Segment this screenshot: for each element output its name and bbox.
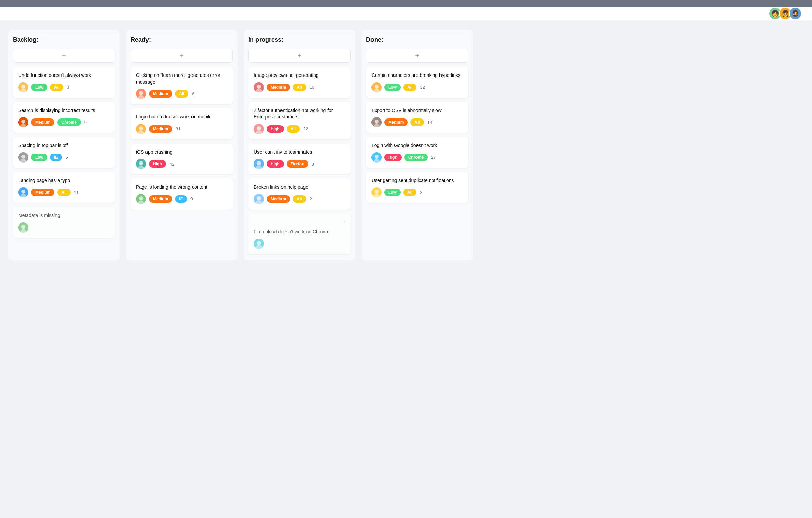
card-meta: MediumAll14 xyxy=(371,117,463,127)
priority-badge[interactable]: High xyxy=(267,160,284,168)
svg-point-43 xyxy=(375,85,379,89)
tag-badge[interactable]: All xyxy=(175,90,188,98)
column-backlog: Backlog:+Undo function doesn't always wo… xyxy=(8,30,120,260)
card-title: Clicking on "learn more" generates error… xyxy=(136,72,227,85)
add-card-button-in-progress[interactable]: + xyxy=(248,49,351,63)
priority-badge[interactable]: Low xyxy=(384,84,401,91)
card-title: File upload doesn't work on Chrome xyxy=(254,229,345,235)
svg-point-13 xyxy=(21,225,25,229)
priority-badge[interactable]: Low xyxy=(384,189,401,196)
card[interactable]: Clicking on "learn more" generates error… xyxy=(131,67,233,104)
card-title: User can't invite teammates xyxy=(254,149,345,156)
svg-point-28 xyxy=(257,85,261,89)
card-title: Image previews not generating xyxy=(254,72,345,79)
card[interactable]: Image previews not generating MediumAll1… xyxy=(248,67,351,98)
priority-badge[interactable]: Medium xyxy=(267,84,290,91)
tag-badge[interactable]: All xyxy=(410,118,424,126)
card[interactable]: 2 factor authentication not working for … xyxy=(248,102,351,139)
card-avatar xyxy=(136,194,146,204)
card[interactable]: User can't invite teammates HighFirefox8 xyxy=(248,144,351,175)
card-title: Page is loading the wrong content xyxy=(136,184,227,191)
tag-badge[interactable]: IE xyxy=(50,154,62,161)
card-title: Undo function doesn't always work xyxy=(18,72,110,79)
tag-badge[interactable]: All xyxy=(293,195,306,203)
card[interactable]: Login button doesn't work on mobile Medi… xyxy=(131,108,233,139)
top-bar xyxy=(0,0,812,7)
priority-badge[interactable]: Medium xyxy=(31,118,54,126)
card[interactable]: Login with Google doesn't work HighChrom… xyxy=(366,137,468,168)
avatar-3[interactable]: 🧔 xyxy=(789,7,802,20)
column-ready: Ready:+Clicking on "learn more" generate… xyxy=(126,30,238,260)
card[interactable]: Page is loading the wrong content Medium… xyxy=(131,178,233,210)
priority-badge[interactable]: Medium xyxy=(149,125,172,133)
card-count: 2 xyxy=(310,196,312,201)
card-avatar xyxy=(18,187,28,197)
priority-badge[interactable]: Low xyxy=(31,84,47,91)
svg-point-46 xyxy=(375,120,379,124)
tag-badge[interactable]: Chrome xyxy=(404,154,428,161)
card[interactable]: Certain characters are breaking hyperlin… xyxy=(366,67,468,98)
card-title: Certain characters are breaking hyperlin… xyxy=(371,72,463,79)
card[interactable]: Metadata is missing xyxy=(13,207,115,238)
svg-point-22 xyxy=(139,161,143,165)
card[interactable]: Export to CSV is abnormally slow MediumA… xyxy=(366,102,468,133)
priority-badge[interactable]: Medium xyxy=(31,189,54,196)
priority-badge[interactable]: Medium xyxy=(384,118,408,126)
card-count: 13 xyxy=(310,85,314,90)
svg-point-16 xyxy=(139,91,143,95)
card-meta: LowAll3 xyxy=(371,187,463,197)
card-title: iOS app crashing xyxy=(136,149,227,156)
card[interactable]: Broken links on help page MediumAll2 xyxy=(248,178,351,210)
column-in-progress: In progress:+Image previews not generati… xyxy=(244,30,355,260)
card-count: 5 xyxy=(65,155,68,160)
card-count: 27 xyxy=(431,155,436,160)
card[interactable]: User getting sent duplicate notification… xyxy=(366,172,468,203)
card[interactable]: iOS app crashing High42 xyxy=(131,144,233,175)
add-card-button-done[interactable]: + xyxy=(366,49,468,63)
card-avatar xyxy=(18,152,28,163)
more-options-icon[interactable]: ··· xyxy=(341,219,345,225)
tag-badge[interactable]: All xyxy=(403,84,416,91)
card-meta: LowAll32 xyxy=(371,82,463,92)
tag-badge[interactable]: IE xyxy=(175,195,187,203)
tag-badge[interactable]: Firefox xyxy=(287,160,308,168)
card-meta: MediumChrome9 xyxy=(18,117,110,127)
card-count: 6 xyxy=(192,91,194,96)
svg-point-40 xyxy=(257,241,261,245)
priority-badge[interactable]: Low xyxy=(31,154,47,161)
priority-badge[interactable]: High xyxy=(149,160,166,168)
card-avatar xyxy=(254,82,264,92)
tag-badge[interactable]: Chrome xyxy=(57,118,81,126)
column-header-ready: Ready: xyxy=(131,36,233,43)
card-count: 3 xyxy=(420,190,422,195)
column-header-in-progress: In progress: xyxy=(248,36,351,43)
card-avatar xyxy=(371,187,382,197)
board: Backlog:+Undo function doesn't always wo… xyxy=(0,20,812,271)
priority-badge[interactable]: Medium xyxy=(149,90,172,98)
card-meta: LowAll3 xyxy=(18,82,110,92)
add-card-button-backlog[interactable]: + xyxy=(13,49,115,63)
tag-badge[interactable]: All xyxy=(287,125,300,133)
card[interactable]: Spacing in top bar is off LowIE5 xyxy=(13,137,115,168)
card-avatar xyxy=(254,124,264,134)
priority-badge[interactable]: Medium xyxy=(149,195,172,203)
card[interactable]: Search is displaying incorrect results M… xyxy=(13,102,115,133)
card-title: Spacing in top bar is off xyxy=(18,142,110,149)
priority-badge[interactable]: High xyxy=(267,125,284,133)
card-meta: MediumAll11 xyxy=(18,187,110,197)
tag-badge[interactable]: All xyxy=(57,189,70,196)
card[interactable]: ···File upload doesn't work on Chrome xyxy=(248,214,351,254)
card[interactable]: Landing page has a typo MediumAll11 xyxy=(13,172,115,203)
header: 🧑 👩 🧔 xyxy=(0,7,812,20)
card-title: Search is displaying incorrect results xyxy=(18,107,110,114)
card-avatar xyxy=(254,159,264,169)
card[interactable]: Undo function doesn't always work LowAll… xyxy=(13,67,115,98)
priority-badge[interactable]: High xyxy=(384,154,402,161)
add-card-button-ready[interactable]: + xyxy=(131,49,233,63)
column-done: Done:+Certain characters are breaking hy… xyxy=(361,30,473,260)
priority-badge[interactable]: Medium xyxy=(267,195,290,203)
tag-badge[interactable]: All xyxy=(50,84,63,91)
tag-badge[interactable]: All xyxy=(403,189,416,196)
card-avatar xyxy=(254,194,264,204)
tag-badge[interactable]: All xyxy=(293,84,306,91)
